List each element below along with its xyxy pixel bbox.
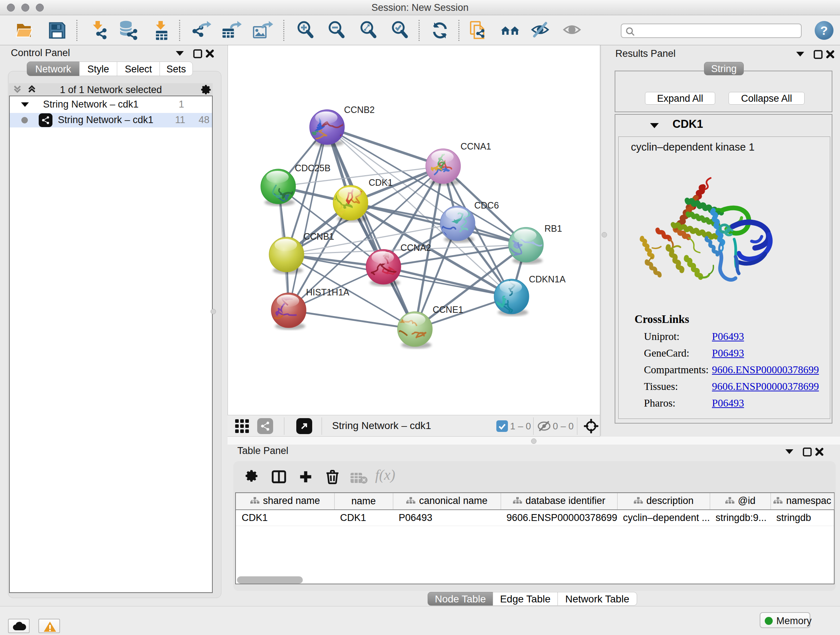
svg-text:CDC6: CDC6	[474, 200, 499, 211]
svg-text:RB1: RB1	[545, 223, 562, 233]
svg-text:CCNB1: CCNB1	[303, 231, 334, 241]
svg-text:CDKN1A: CDKN1A	[529, 274, 566, 284]
svg-text:HIST1H1A: HIST1H1A	[306, 287, 349, 297]
svg-text:CCNA2: CCNA2	[401, 242, 431, 253]
svg-text:CDK1: CDK1	[369, 177, 393, 187]
svg-text:CCNB2: CCNB2	[344, 105, 375, 115]
svg-text:CCNA1: CCNA1	[461, 141, 491, 151]
svg-text:CDC25B: CDC25B	[295, 163, 331, 173]
svg-text:CCNE1: CCNE1	[433, 304, 463, 315]
